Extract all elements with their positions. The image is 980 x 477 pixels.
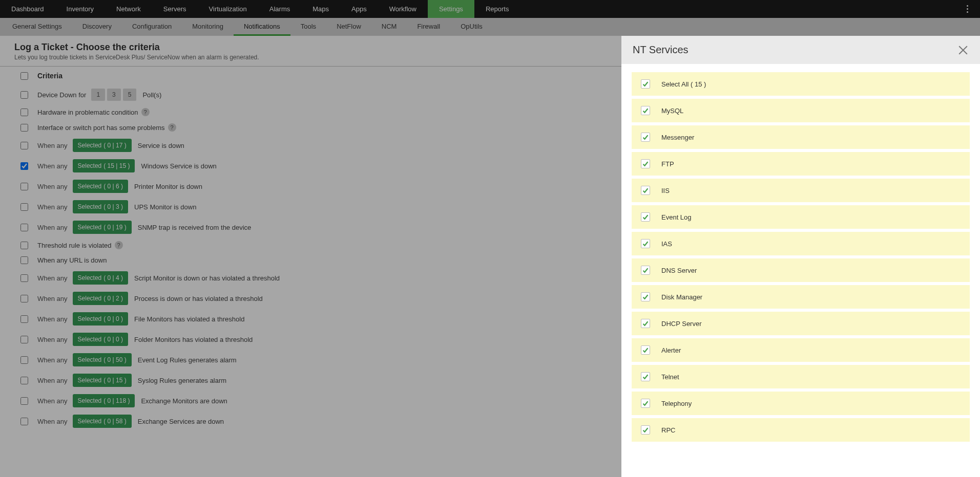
service-row-event-log: Event Log — [632, 205, 970, 229]
service-checkbox[interactable] — [641, 292, 650, 301]
service-row-dhcp-server: DHCP Server — [632, 312, 970, 335]
service-row-rpc: RPC — [632, 418, 970, 442]
service-row-alerter: Alerter — [632, 338, 970, 362]
service-checkbox[interactable] — [641, 79, 650, 89]
service-label: IAS — [661, 240, 672, 248]
service-label: Disk Manager — [661, 293, 702, 301]
service-label: MySQL — [661, 107, 683, 115]
service-checkbox[interactable] — [641, 266, 650, 275]
service-checkbox[interactable] — [641, 345, 650, 355]
service-label: RPC — [661, 426, 675, 434]
service-checkbox[interactable] — [641, 186, 650, 195]
service-row-dns-server: DNS Server — [632, 258, 970, 282]
service-checkbox[interactable] — [641, 239, 650, 248]
service-row-select-all: Select All ( 15 ) — [632, 72, 970, 96]
close-icon[interactable] — [957, 45, 969, 56]
panel-header: NT Services — [621, 36, 980, 64]
nt-services-panel: NT Services Select All ( 15 )MySQLMessen… — [621, 36, 980, 477]
service-checkbox[interactable] — [641, 212, 650, 222]
service-label: DNS Server — [661, 267, 697, 274]
service-label: Messenger — [661, 134, 694, 141]
service-label: Telephony — [661, 400, 692, 407]
panel-body: Select All ( 15 )MySQLMessengerFTPIISEve… — [621, 64, 980, 477]
service-checkbox[interactable] — [641, 425, 650, 435]
service-label: FTP — [661, 160, 674, 168]
panel-title: NT Services — [633, 44, 689, 56]
service-row-telnet: Telnet — [632, 365, 970, 388]
service-row-ftp: FTP — [632, 152, 970, 176]
service-label: Alerter — [661, 346, 681, 354]
service-row-mysql: MySQL — [632, 99, 970, 122]
service-label: Telnet — [661, 373, 679, 381]
service-checkbox[interactable] — [641, 372, 650, 381]
service-label: Select All ( 15 ) — [661, 80, 706, 88]
service-label: IIS — [661, 187, 670, 194]
service-checkbox[interactable] — [641, 399, 650, 408]
service-row-telephony: Telephony — [632, 392, 970, 415]
service-checkbox[interactable] — [641, 106, 650, 115]
service-checkbox[interactable] — [641, 159, 650, 168]
service-label: DHCP Server — [661, 320, 702, 328]
service-row-iis: IIS — [632, 179, 970, 202]
service-label: Event Log — [661, 213, 692, 221]
service-checkbox[interactable] — [641, 319, 650, 328]
service-checkbox[interactable] — [641, 133, 650, 142]
service-row-messenger: Messenger — [632, 125, 970, 149]
service-row-disk-manager: Disk Manager — [632, 285, 970, 309]
service-row-ias: IAS — [632, 232, 970, 255]
